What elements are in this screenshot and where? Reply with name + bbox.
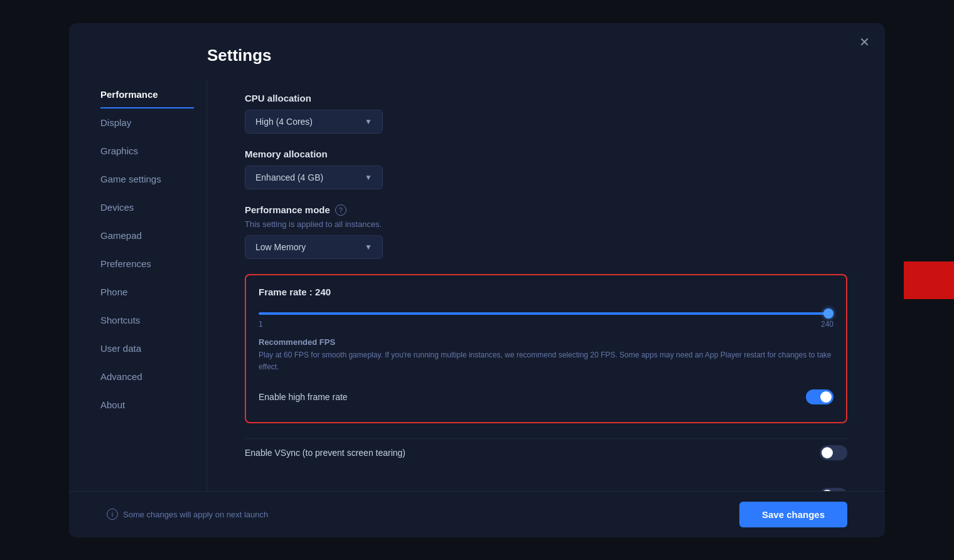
sidebar-item-devices[interactable]: Devices [100, 193, 206, 221]
display-fps-row: Display FPS during gameplay [245, 482, 847, 491]
cpu-dropdown-arrow-icon: ▼ [365, 117, 372, 126]
main-content: CPU allocation High (4 Cores) ▼ Memory a… [207, 80, 885, 491]
performance-mode-section: Performance mode ? This setting is appli… [245, 204, 847, 259]
sidebar-item-performance[interactable]: Performance [100, 80, 206, 108]
memory-dropdown-value: Enhanced (4 GB) [255, 172, 323, 182]
performance-mode-desc: This setting is applied to all instances… [245, 219, 847, 229]
memory-allocation-label: Memory allocation [245, 149, 847, 159]
red-arrow [904, 236, 954, 324]
enable-high-frame-rate-label: Enable high frame rate [259, 392, 348, 402]
vsync-row: Enable VSync (to prevent screen tearing) [245, 438, 847, 467]
sidebar-item-advanced[interactable]: Advanced [100, 362, 206, 391]
sidebar-item-preferences[interactable]: Preferences [100, 250, 206, 278]
sidebar-item-about[interactable]: About [100, 391, 206, 419]
vsync-toggle-knob [822, 447, 833, 458]
toggle-knob [820, 391, 832, 403]
performance-mode-arrow-icon: ▼ [365, 243, 372, 251]
sidebar: Performance Display Graphics Game settin… [69, 80, 207, 491]
modal-footer: i Some changes will apply on next launch… [69, 491, 885, 537]
sidebar-item-phone[interactable]: Phone [100, 278, 206, 306]
footer-note: i Some changes will apply on next launch [107, 509, 268, 520]
memory-dropdown-arrow-icon: ▼ [365, 173, 372, 182]
frame-rate-slider[interactable] [259, 312, 833, 315]
sidebar-item-gamepad[interactable]: Gamepad [100, 221, 206, 250]
enable-high-frame-rate-toggle[interactable] [806, 389, 833, 404]
svg-marker-0 [904, 236, 954, 324]
footer-note-icon: i [107, 509, 118, 520]
performance-mode-dropdown[interactable]: Low Memory ▼ [245, 235, 383, 259]
sidebar-item-display[interactable]: Display [100, 108, 206, 137]
memory-allocation-dropdown[interactable]: Enhanced (4 GB) ▼ [245, 166, 383, 189]
settings-modal: ✕ Settings Performance Display Graphics … [69, 23, 885, 537]
enable-high-frame-rate-row: Enable high frame rate [259, 383, 833, 411]
vsync-toggle[interactable] [820, 445, 847, 460]
sidebar-item-game-settings[interactable]: Game settings [100, 165, 206, 193]
cpu-dropdown-value: High (4 Cores) [255, 117, 313, 127]
page-title: Settings [69, 23, 885, 80]
close-button[interactable]: ✕ [859, 36, 870, 48]
cpu-allocation-dropdown[interactable]: High (4 Cores) ▼ [245, 110, 383, 134]
save-changes-button[interactable]: Save changes [739, 502, 847, 527]
footer-note-text: Some changes will apply on next launch [123, 510, 268, 519]
performance-mode-dropdown-value: Low Memory [255, 242, 306, 252]
frame-rate-slider-container [259, 306, 833, 317]
fps-info-label: Recommended FPS [259, 337, 833, 347]
cpu-allocation-section: CPU allocation High (4 Cores) ▼ [245, 93, 847, 134]
modal-body: Performance Display Graphics Game settin… [69, 80, 885, 491]
slider-max: 240 [821, 320, 833, 329]
sidebar-item-user-data[interactable]: User data [100, 334, 206, 362]
performance-mode-label: Performance mode [245, 204, 330, 215]
frame-rate-section: Frame rate : 240 1 240 Recommended FPS P… [245, 274, 847, 423]
sidebar-item-shortcuts[interactable]: Shortcuts [100, 306, 206, 334]
display-fps-toggle-knob [822, 490, 833, 491]
cpu-allocation-label: CPU allocation [245, 93, 847, 103]
slider-range: 1 240 [259, 320, 833, 329]
memory-allocation-section: Memory allocation Enhanced (4 GB) ▼ [245, 149, 847, 189]
vsync-label: Enable VSync (to prevent screen tearing) [245, 448, 405, 458]
fps-info-text: Play at 60 FPS for smooth gameplay. If y… [259, 349, 833, 373]
slider-min: 1 [259, 320, 263, 329]
display-fps-toggle[interactable] [820, 488, 847, 491]
sidebar-item-graphics[interactable]: Graphics [100, 137, 206, 165]
frame-rate-title: Frame rate : 240 [259, 287, 833, 297]
performance-mode-help-icon[interactable]: ? [335, 204, 346, 216]
